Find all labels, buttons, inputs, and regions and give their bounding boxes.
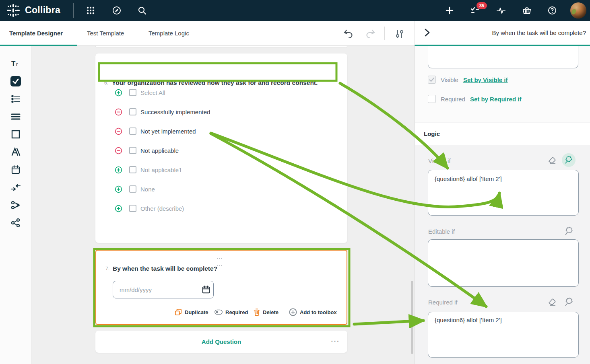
required-toggle-icon — [215, 309, 223, 315]
brand-name: Collibra — [25, 5, 60, 16]
option-checkbox[interactable] — [129, 128, 136, 135]
option-checkbox[interactable] — [129, 89, 136, 96]
duplicate-icon — [175, 308, 182, 316]
visible-if-logic-builder-icon[interactable] — [562, 153, 576, 167]
visible-if-expression: {question6} allof ['Item 2'] — [435, 175, 502, 182]
required-if-logic-builder-icon[interactable] — [564, 297, 574, 307]
add-to-toolbox-icon — [289, 308, 297, 316]
editable-if-expression-box[interactable] — [428, 239, 579, 287]
option-row: Not yet implemented — [95, 127, 347, 136]
undo-icon[interactable] — [343, 29, 353, 39]
visible-checkbox[interactable] — [428, 76, 436, 84]
question-text-input[interactable] — [428, 46, 578, 68]
logic-section-header: Logic — [415, 123, 590, 145]
help-icon[interactable] — [547, 6, 557, 15]
visible-label: Visible — [441, 76, 458, 83]
main-scrollbar[interactable] — [411, 281, 413, 354]
workflow-element-icon[interactable] — [10, 200, 21, 210]
plus-circle-icon[interactable] — [115, 205, 122, 212]
checkbox-element-icon[interactable] — [10, 76, 21, 86]
previous-card-edge — [95, 46, 347, 48]
clear-visible-if-eraser-icon[interactable] — [548, 156, 557, 165]
share-element-icon[interactable] — [10, 218, 21, 228]
nav-divider — [73, 3, 74, 18]
redo-icon[interactable] — [365, 29, 376, 39]
option-checkbox[interactable] — [129, 166, 136, 173]
question7-title[interactable]: By when the task will be complete? — [113, 265, 217, 272]
collibra-logo-icon — [6, 4, 20, 17]
logic-heading: Logic — [424, 123, 440, 145]
required-label: Required — [441, 96, 465, 103]
option-row: None — [95, 185, 347, 193]
label-element-icon[interactable] — [10, 147, 21, 157]
minus-circle-icon[interactable] — [115, 128, 122, 135]
required-toggle-button[interactable]: Required — [215, 308, 248, 317]
delete-icon — [254, 308, 260, 316]
visible-row: Visible Set by Visible if — [428, 75, 508, 84]
compass-icon[interactable] — [112, 6, 122, 15]
delete-button[interactable]: Delete — [254, 308, 278, 317]
question6-title[interactable]: Your organization has reviewed how they … — [112, 79, 318, 86]
plus-circle-icon[interactable] — [115, 89, 122, 97]
required-if-expression-box[interactable]: {question6} allof ['Item 2'] — [428, 312, 579, 358]
date-element-icon[interactable] — [10, 165, 21, 175]
tab-test-template[interactable]: Test Template — [87, 21, 124, 46]
apps-grid-icon[interactable] — [86, 6, 95, 15]
option-row: Select All — [95, 88, 347, 97]
toolbar-divider — [384, 27, 385, 40]
drag-handle-icon[interactable] — [217, 254, 227, 269]
question6-number: 6. — [104, 80, 108, 86]
option-row: Not applicable1 — [95, 165, 347, 174]
basket-icon[interactable] — [522, 6, 532, 15]
add-question-button[interactable]: Add Question — [95, 331, 347, 353]
question7-card[interactable]: 7. By when the task will be complete? Du… — [95, 250, 347, 325]
option-label[interactable]: Not applicable — [140, 147, 179, 154]
plus-circle-icon[interactable] — [115, 185, 122, 193]
date-input[interactable] — [113, 281, 214, 298]
option-checkbox[interactable] — [129, 108, 136, 115]
collapse-panel-chevron-icon[interactable] — [422, 28, 432, 37]
avatar[interactable] — [570, 2, 586, 19]
set-by-visible-if-link[interactable]: Set by Visible if — [463, 76, 508, 83]
more-options-button[interactable]: ⋯ — [330, 331, 340, 352]
duplicate-button[interactable]: Duplicate — [175, 308, 208, 317]
text-element-icon[interactable]: Tr — [10, 58, 21, 69]
option-label[interactable]: Other (describe) — [140, 205, 184, 212]
clear-required-if-eraser-icon[interactable] — [548, 297, 557, 307]
editable-if-logic-builder-icon[interactable] — [564, 226, 574, 236]
add-question-card: Add Question ⋯ — [95, 331, 347, 353]
paragraph-element-icon[interactable] — [10, 111, 21, 122]
option-label[interactable]: Not applicable1 — [140, 167, 182, 173]
active-tab-underline — [0, 45, 77, 46]
create-plus-icon[interactable] — [445, 6, 454, 15]
minus-circle-icon[interactable] — [115, 108, 122, 116]
option-row: Successfully implemented — [95, 107, 347, 116]
option-label[interactable]: Select All — [140, 89, 165, 96]
tab-template-designer[interactable]: Template Designer — [9, 21, 63, 46]
set-by-required-if-link[interactable]: Set by Required if — [470, 96, 522, 103]
option-label[interactable]: None — [140, 186, 155, 193]
minus-circle-icon[interactable] — [115, 147, 122, 154]
plus-circle-icon[interactable] — [115, 166, 122, 174]
option-checkbox[interactable] — [129, 205, 136, 212]
question6-card[interactable]: 6. Your organization has reviewed how th… — [95, 53, 347, 243]
search-icon[interactable] — [137, 6, 147, 15]
choice-list-element-icon[interactable] — [10, 94, 21, 104]
option-checkbox[interactable] — [129, 147, 136, 154]
top-navigation-bar: Collibra 35 — [0, 0, 590, 21]
option-label[interactable]: Successfully implemented — [140, 109, 210, 115]
option-label[interactable]: Not yet implemented — [140, 128, 196, 135]
option-row: Other (describe) — [95, 204, 347, 213]
settings-sliders-icon[interactable] — [394, 29, 405, 39]
editable-if-label: Editable if — [428, 228, 455, 235]
question7-number: 7. — [105, 266, 109, 271]
visible-if-expression-box[interactable]: {question6} allof ['Item 2'] — [428, 170, 579, 216]
option-checkbox[interactable] — [129, 185, 136, 193]
merge-arrows-element-icon[interactable] — [10, 182, 21, 193]
activity-icon[interactable] — [496, 6, 506, 15]
tab-template-logic[interactable]: Template Logic — [149, 21, 189, 46]
add-to-toolbox-button[interactable]: Add to toolbox — [289, 308, 337, 317]
required-if-expression: {question6} allof ['Item 2'] — [435, 317, 502, 323]
box-element-icon[interactable] — [10, 129, 21, 140]
required-checkbox[interactable] — [428, 95, 436, 103]
